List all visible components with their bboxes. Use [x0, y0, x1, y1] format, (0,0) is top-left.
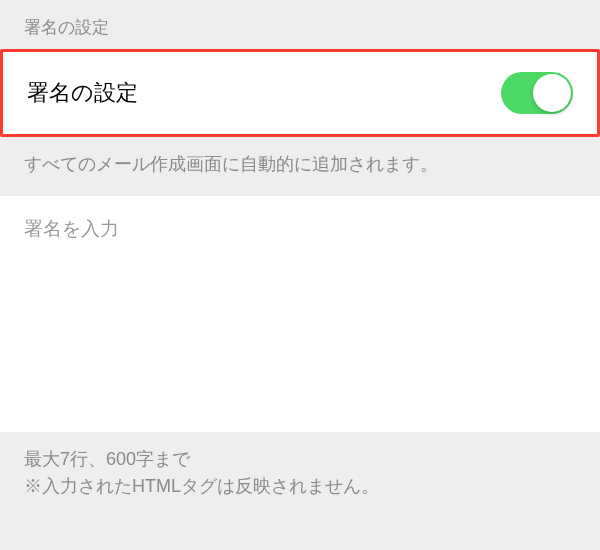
section-header: 署名の設定 — [0, 0, 600, 49]
highlighted-setting-row: 署名の設定 — [0, 49, 600, 137]
toggle-knob — [533, 74, 571, 112]
section-header-title: 署名の設定 — [24, 18, 109, 37]
signature-input[interactable] — [0, 196, 600, 432]
footer-note-line1: 最大7行、600字まで — [24, 446, 576, 473]
footer-note: 最大7行、600字まで ※入力されたHTMLタグは反映されません。 — [0, 432, 600, 514]
signature-input-panel — [0, 196, 600, 432]
footer-note-line2: ※入力されたHTMLタグは反映されません。 — [24, 473, 576, 500]
signature-toggle-label: 署名の設定 — [27, 78, 138, 108]
signature-description: すべてのメール作成画面に自動的に追加されます。 — [0, 137, 600, 196]
signature-toggle-switch[interactable] — [501, 72, 573, 114]
signature-toggle-row: 署名の設定 — [3, 52, 597, 134]
